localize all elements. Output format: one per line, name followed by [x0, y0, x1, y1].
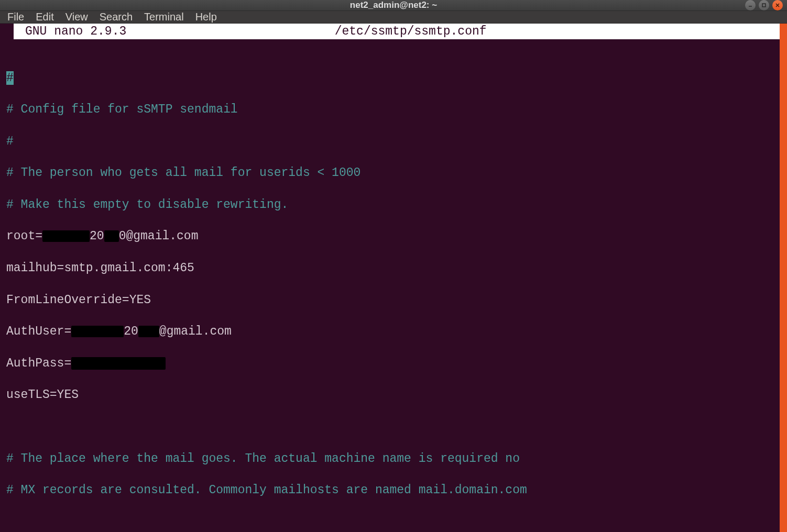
svg-rect-1	[762, 4, 766, 7]
redacted-text	[71, 357, 166, 370]
redacted-text	[104, 230, 119, 242]
config-line: # MX records are consulted. Commonly mai…	[6, 482, 773, 498]
redacted-text	[71, 326, 124, 337]
terminal-window: net2_admin@net2: ~ File Edit View Search…	[0, 0, 787, 532]
minimize-icon	[748, 3, 753, 8]
menu-terminal[interactable]: Terminal	[144, 11, 184, 23]
config-line: AuthUser=20@gmail.com	[6, 324, 773, 339]
config-line: # The person who gets all mail for useri…	[6, 165, 773, 181]
menu-file[interactable]: File	[7, 11, 24, 23]
menubar: File Edit View Search Terminal Help	[0, 11, 787, 24]
menu-help[interactable]: Help	[195, 11, 217, 23]
editor-content[interactable]: # # Config file for sSMTP sendmail # # T…	[6, 54, 773, 532]
config-line: FromLineOverride=YES	[6, 292, 773, 308]
close-icon	[775, 3, 780, 8]
config-line: # The place where the mail goes. The act…	[6, 451, 773, 467]
redacted-text	[138, 326, 159, 337]
config-line: # Config file for sSMTP sendmail	[6, 102, 773, 117]
nano-header: GNU nano 2.9.3 /etc/ssmtp/ssmtp.conf	[14, 24, 780, 39]
minimize-button[interactable]	[745, 0, 756, 10]
menu-search[interactable]: Search	[100, 11, 133, 23]
redacted-text	[42, 230, 90, 242]
maximize-icon	[761, 3, 767, 8]
titlebar: net2_admin@net2: ~	[0, 0, 787, 11]
config-line: AuthPass=	[6, 356, 773, 371]
window-controls	[745, 0, 783, 10]
config-line: root=200@gmail.com	[6, 228, 773, 244]
nano-version: GNU nano 2.9.3	[25, 24, 126, 40]
menu-edit[interactable]: Edit	[36, 11, 53, 23]
config-line: mailhub=smtp.gmail.com:465	[6, 260, 773, 276]
close-button[interactable]	[772, 0, 783, 10]
config-line: # Make this empty to disable rewriting.	[6, 197, 773, 213]
window-title: net2_admin@net2: ~	[350, 0, 437, 10]
config-line: #	[6, 134, 773, 149]
terminal-area[interactable]: GNU nano 2.9.3 /etc/ssmtp/ssmtp.conf # #…	[0, 24, 787, 532]
nano-filename: /etc/ssmtp/ssmtp.conf	[126, 24, 768, 40]
cursor: #	[6, 71, 14, 85]
config-line: useTLS=YES	[6, 387, 773, 403]
menu-view[interactable]: View	[65, 11, 88, 23]
maximize-button[interactable]	[759, 0, 769, 10]
